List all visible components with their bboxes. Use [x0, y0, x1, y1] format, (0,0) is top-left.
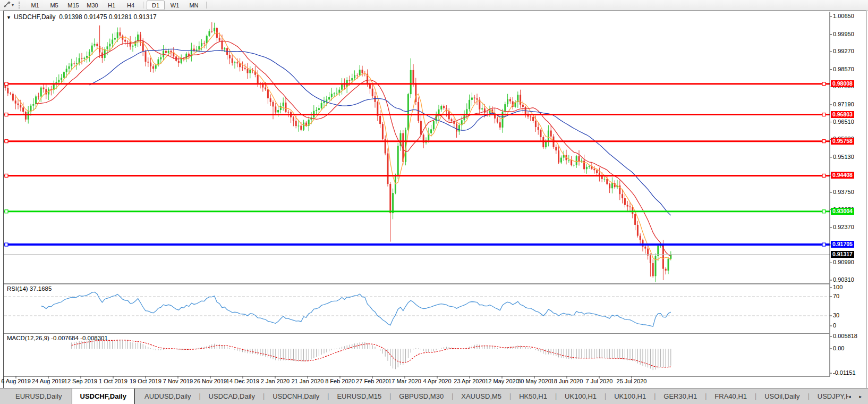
rsi-axis-label: 0	[833, 322, 836, 329]
chart-tab-uk100-h1[interactable]: UK100,H1	[557, 389, 605, 404]
price-level-tag: 0.96803	[831, 111, 854, 118]
rsi-axis-label: 100	[833, 284, 843, 291]
timeframe-button-h1[interactable]: H1	[103, 1, 121, 10]
chart-tab-uk100-h1[interactable]: UK100,H1	[606, 389, 654, 404]
chart-title: ▼USDCHF,Daily 0.91398 0.91475 0.91281 0.…	[6, 13, 157, 21]
price-level-tag: 0.95758	[831, 138, 854, 145]
price-axis-label: 0.95130	[833, 154, 854, 161]
chart-tab-usdchf-daily[interactable]: USDCHF,Daily	[72, 389, 135, 404]
tab-scroll-left-icon[interactable]: ◂	[848, 394, 851, 399]
price-axis-label: 0.92370	[833, 224, 854, 231]
price-axis-label: 0.98570	[833, 66, 854, 73]
toolbar-grip	[19, 2, 22, 9]
macd-label: MACD(12,26,9) -0.007684 -0.008301	[7, 335, 108, 341]
timeframe-toolbar: M1M5M15M30H1H4D1W1MN	[25, 1, 209, 10]
price-axis-label: 0.99270	[833, 48, 854, 55]
price-level-tag: 0.93004	[831, 208, 854, 215]
chart-tab-eurusd-daily[interactable]: EURUSD,Daily	[7, 389, 70, 404]
chart-tab-fra40-h1[interactable]: FRA40,H1	[707, 389, 755, 404]
rsi-axis-label: 30	[833, 312, 839, 319]
price-axis-label: 0.90990	[833, 259, 854, 266]
price-axis-label: 0.96510	[833, 119, 854, 125]
chart-tab-usoil-daily[interactable]: USOil,Daily	[756, 389, 807, 404]
tab-scroll-arrows: ◂ ▸	[848, 389, 868, 404]
chart-tab-usdcad-daily[interactable]: USDCAD,Daily	[201, 389, 263, 404]
timeframe-button-m15[interactable]: M15	[64, 1, 82, 10]
price-axis-label: 0.90310	[833, 276, 854, 283]
chart-window	[3, 11, 866, 389]
mt4-workspace: ▾ M1M5M15M30H1H4D1W1MN ▼USDCHF,Daily 0.9…	[0, 0, 868, 404]
chart-tabbar: EURUSD,Daily|USDCHF,Daily|AUDUSD,Daily|U…	[0, 388, 868, 404]
current-price-tag: 0.91317	[831, 251, 854, 258]
timeframe-button-d1[interactable]: D1	[147, 1, 165, 10]
chevron-down-icon: ▾	[12, 3, 14, 7]
price-level-tag: 0.98008	[831, 80, 854, 87]
price-level-tag: 0.94408	[831, 172, 854, 179]
timeframe-button-m30[interactable]: M30	[83, 1, 101, 10]
macd-axis-label: 0.005818	[833, 333, 857, 340]
timeframe-button-w1[interactable]: W1	[166, 1, 184, 10]
chart-tab-ger30-h1[interactable]: GER30,H1	[656, 389, 705, 404]
timeframe-button-m5[interactable]: M5	[45, 1, 63, 10]
toolbar-separator	[143, 2, 143, 9]
chart-title-text: USDCHF,Daily 0.91398 0.91475 0.91281 0.9…	[14, 13, 157, 21]
pointer-tool-button[interactable]: ▾	[1, 0, 16, 11]
pointer-tool-icon	[3, 1, 11, 10]
tab-scroll-right-icon[interactable]: ▸	[859, 394, 862, 399]
chart-tab-gbpusd-m30[interactable]: GBPUSD,M30	[391, 389, 452, 404]
price-axis-label: 0.97190	[833, 101, 854, 108]
chart-tabs: EURUSD,Daily|USDCHF,Daily|AUDUSD,Daily|U…	[0, 389, 848, 404]
toolbar-separator	[206, 2, 207, 9]
collapse-icon[interactable]: ▼	[6, 15, 11, 20]
rsi-label: RSI(14) 37.1685	[7, 285, 52, 292]
timeframe-button-mn[interactable]: MN	[185, 1, 203, 10]
price-axis-label: 0.93750	[833, 189, 854, 196]
chart-tab-xauusd-m5[interactable]: XAUUSD,M5	[453, 389, 509, 404]
date-axis-label: 25 Jul 2020	[604, 378, 659, 384]
chart-tab-usdjpy-h1[interactable]: USDJPY,H1	[810, 389, 848, 404]
top-toolbar: ▾ M1M5M15M30H1H4D1W1MN	[0, 0, 868, 11]
chart-tab-usdcnh-daily[interactable]: USDCNH,Daily	[265, 389, 327, 404]
rsi-axis-label: 70	[833, 293, 839, 300]
timeframe-button-m1[interactable]: M1	[26, 1, 44, 10]
macd-axis-label: 0.00	[833, 345, 844, 352]
price-axis-label: 0.99950	[833, 31, 854, 38]
chart-tab-audusd-daily[interactable]: AUDUSD,Daily	[137, 389, 199, 404]
panel-separator-rsi[interactable]	[4, 283, 830, 284]
price-level-tag: 0.91705	[831, 241, 854, 248]
price-axis-label: 1.00650	[833, 13, 854, 20]
macd-axis-label: -0.01151	[833, 369, 856, 376]
chart-tab-eurusd-m15[interactable]: EURUSD,M15	[329, 389, 389, 404]
chart-tab-hk50-h1[interactable]: HK50,H1	[511, 389, 555, 404]
timeframe-button-h4[interactable]: H4	[122, 1, 140, 10]
panel-separator-macd[interactable]	[4, 333, 830, 334]
